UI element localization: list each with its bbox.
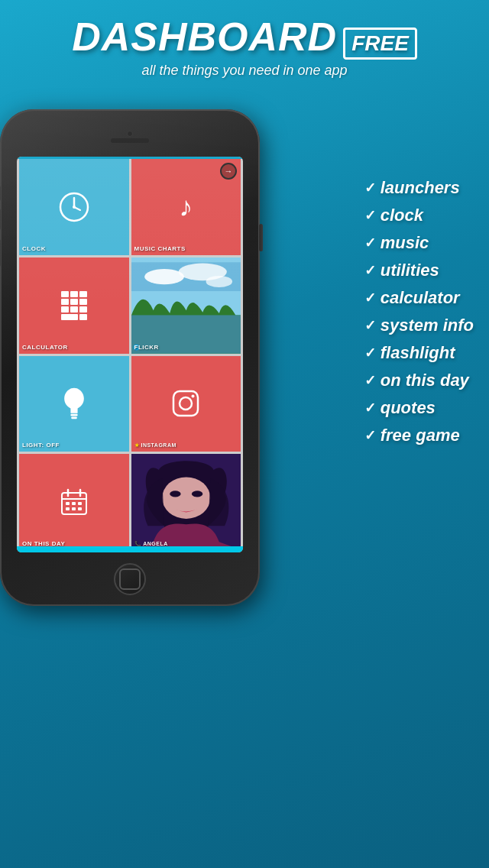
- check-icon-5: ✓: [364, 290, 376, 306]
- check-icon-9: ✓: [364, 400, 376, 416]
- feature-utilities: ✓ utilities: [364, 261, 474, 280]
- calendar-icon: [60, 488, 88, 516]
- home-button[interactable]: [114, 563, 146, 595]
- flickr-tile[interactable]: 🌐 FLICKR: [131, 257, 241, 354]
- bulb-icon: [60, 387, 88, 420]
- feature-label-5: calculator: [381, 288, 460, 308]
- feature-label-3: music: [381, 233, 429, 253]
- svg-rect-23: [72, 507, 76, 510]
- svg-rect-21: [78, 502, 82, 505]
- screen-arrow-button[interactable]: →: [220, 163, 237, 180]
- person-tile[interactable]: 📞 Angela: [131, 454, 241, 550]
- instagram-tile[interactable]: ★ Instagram: [131, 356, 241, 452]
- feature-launchers: ✓ launchers: [364, 178, 474, 198]
- calculator-icon: [61, 291, 87, 320]
- clock-label: Clock: [22, 245, 46, 252]
- calculator-label: Calculator: [22, 344, 68, 351]
- svg-rect-10: [70, 414, 77, 416]
- free-badge: FREE: [343, 28, 417, 60]
- music-label: Music Charts: [134, 245, 186, 252]
- feature-label-6: system info: [381, 316, 474, 335]
- feature-clock: ✓ clock: [364, 206, 474, 225]
- flickr-label: FLICKR: [134, 344, 159, 351]
- phone-screen: → Clock: [17, 157, 243, 552]
- check-icon-2: ✓: [364, 207, 376, 224]
- clock-tile[interactable]: Clock: [19, 159, 129, 255]
- check-icon-4: ✓: [364, 262, 376, 279]
- feature-label-9: quotes: [381, 398, 436, 418]
- feature-music: ✓ music: [364, 233, 474, 253]
- home-button-inner: [119, 568, 141, 590]
- check-icon-8: ✓: [364, 372, 376, 389]
- feature-quotes: ✓ quotes: [364, 398, 474, 418]
- flashlight-label: Light: off: [22, 442, 60, 449]
- feature-label-4: utilities: [381, 261, 439, 280]
- instagram-icon: [171, 389, 200, 418]
- title-row: DASHBOARD FREE: [8, 14, 481, 60]
- svg-point-6: [144, 269, 184, 284]
- feature-label-10: free game: [381, 426, 460, 445]
- feature-label-2: clock: [381, 206, 423, 225]
- svg-line-3: [74, 207, 80, 210]
- mute-button: [0, 186, 1, 201]
- clock-icon: [57, 190, 91, 224]
- features-list: ✓ launchers ✓ clock ✓ music ✓ utilities …: [364, 178, 474, 445]
- bottom-bar: [17, 546, 243, 552]
- feature-label-1: launchers: [381, 178, 460, 198]
- power-button: [259, 224, 263, 251]
- volume-up-button: [0, 209, 1, 230]
- feature-onthisday: ✓ on this day: [364, 371, 474, 390]
- svg-point-13: [180, 397, 192, 410]
- svg-point-28: [191, 491, 202, 497]
- svg-point-27: [170, 491, 180, 497]
- feature-sysinfo: ✓ system info: [364, 316, 474, 335]
- speaker: [111, 138, 149, 143]
- svg-rect-24: [78, 507, 82, 510]
- feature-label-8: on this day: [381, 371, 469, 390]
- app-grid: Clock ♪ Music Charts: [17, 157, 243, 552]
- music-icon: ♪: [179, 191, 193, 223]
- svg-rect-19: [66, 502, 70, 505]
- landscape-image: [131, 257, 241, 354]
- feature-freegame: ✓ free game: [364, 426, 474, 445]
- phone-mockup: → Clock: [0, 94, 298, 843]
- app-header: DASHBOARD FREE all the things you need i…: [0, 0, 489, 86]
- feature-calculator: ✓ calculator: [364, 288, 474, 308]
- svg-point-8: [206, 276, 232, 287]
- phone-body: → Clock: [0, 109, 260, 606]
- status-bar: [17, 157, 243, 159]
- subtitle: all the things you need in one app: [8, 63, 481, 79]
- svg-rect-11: [71, 417, 76, 419]
- svg-point-14: [192, 395, 195, 398]
- check-icon-1: ✓: [364, 180, 376, 196]
- check-icon-7: ✓: [364, 345, 376, 361]
- check-icon-6: ✓: [364, 317, 376, 334]
- calculator-tile[interactable]: Calculator: [19, 257, 129, 354]
- flashlight-tile[interactable]: Light: off: [19, 356, 129, 452]
- instagram-label: ★ Instagram: [134, 442, 176, 449]
- main-content: → Clock: [0, 86, 489, 868]
- feature-label-7: flashlight: [381, 343, 455, 363]
- check-icon-3: ✓: [364, 235, 376, 251]
- check-icon-10: ✓: [364, 427, 376, 444]
- feature-flashlight: ✓ flashlight: [364, 343, 474, 363]
- svg-rect-20: [72, 502, 76, 505]
- svg-point-26: [162, 478, 210, 519]
- person-image: [131, 454, 241, 550]
- camera: [127, 131, 133, 137]
- onthisday-tile[interactable]: On This Day: [19, 454, 129, 550]
- svg-rect-12: [173, 391, 198, 416]
- svg-rect-22: [66, 507, 70, 510]
- volume-down-button: [0, 239, 1, 267]
- app-title: DASHBOARD: [72, 14, 337, 60]
